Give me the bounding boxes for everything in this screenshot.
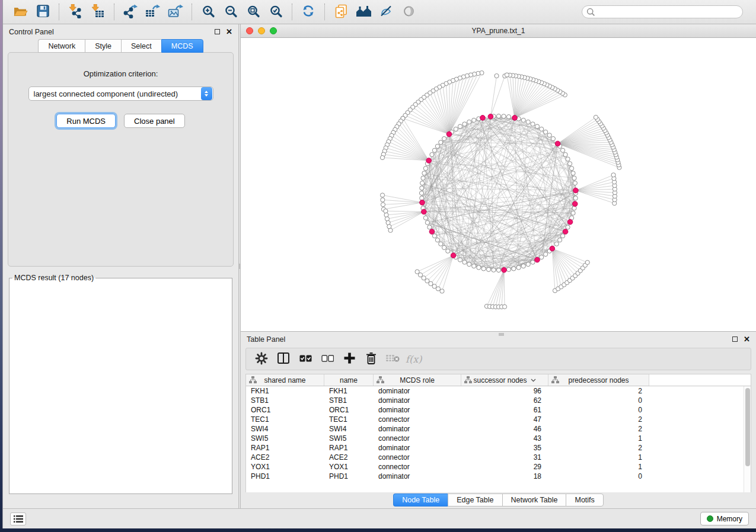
zoom-fit-button[interactable] <box>243 2 263 21</box>
network-node[interactable] <box>420 186 424 190</box>
network-node[interactable] <box>544 130 548 134</box>
table-scrollbar-thumb[interactable] <box>745 388 750 466</box>
table-row[interactable]: FKH1FKH1dominator962 <box>246 386 744 396</box>
network-node[interactable] <box>440 289 444 293</box>
network-node[interactable] <box>506 267 511 271</box>
float-table-panel-icon[interactable] <box>732 336 738 342</box>
function-builder-button[interactable]: f(x) <box>406 354 422 365</box>
network-node[interactable] <box>423 216 428 220</box>
export-image-button[interactable] <box>165 2 186 21</box>
select-all-button[interactable] <box>296 350 315 368</box>
network-node[interactable] <box>430 152 434 156</box>
network-node[interactable] <box>572 206 576 210</box>
tab-network-table[interactable]: Network Table <box>502 493 566 507</box>
network-node[interactable] <box>432 284 436 289</box>
network-node[interactable] <box>496 114 500 118</box>
network-node[interactable] <box>384 213 388 217</box>
refresh-layout-button[interactable] <box>298 2 318 21</box>
network-node[interactable] <box>573 196 578 200</box>
column-header-MCDS-role[interactable]: MCDS role <box>374 374 461 386</box>
mcds-hub-node[interactable] <box>572 201 578 207</box>
network-node[interactable] <box>495 73 499 78</box>
network-node[interactable] <box>477 265 481 270</box>
network-node[interactable] <box>420 181 425 185</box>
network-node[interactable] <box>446 249 450 253</box>
network-node[interactable] <box>428 225 432 229</box>
column-header-successor-nodes[interactable]: successor nodes <box>461 374 548 386</box>
mcds-hub-node[interactable] <box>502 267 507 273</box>
network-node[interactable] <box>502 305 506 309</box>
horizontal-splitter-grip[interactable] <box>499 333 504 336</box>
share-network-file-button[interactable] <box>331 2 351 21</box>
network-node[interactable] <box>425 220 429 225</box>
network-node[interactable] <box>422 171 426 175</box>
column-header-name[interactable]: name <box>324 374 374 386</box>
optimization-select[interactable]: largest connected component (undirected) <box>28 86 213 101</box>
split-panel-button[interactable] <box>274 350 293 368</box>
network-node[interactable] <box>535 124 539 129</box>
network-node[interactable] <box>423 166 428 171</box>
network-node[interactable] <box>388 228 393 232</box>
network-node[interactable] <box>458 258 462 262</box>
close-table-panel-icon[interactable]: ✕ <box>744 336 750 342</box>
mcds-hub-node[interactable] <box>426 158 432 164</box>
export-table-button[interactable] <box>143 2 163 21</box>
network-node[interactable] <box>472 118 476 122</box>
network-node[interactable] <box>481 267 486 271</box>
network-node[interactable] <box>432 234 436 238</box>
network-node[interactable] <box>531 122 535 126</box>
tab-edge-table[interactable]: Edge Table <box>448 493 502 507</box>
network-node[interactable] <box>531 260 535 264</box>
mcds-hub-node[interactable] <box>512 116 518 121</box>
mcds-hub-node[interactable] <box>420 200 425 206</box>
search-box[interactable] <box>582 5 743 18</box>
tab-motifs[interactable]: Motifs <box>566 493 603 507</box>
mcds-hub-node[interactable] <box>563 229 568 235</box>
zoom-selected-button[interactable] <box>266 2 286 21</box>
network-node[interactable] <box>611 173 615 177</box>
mcds-hub-node[interactable] <box>422 209 427 214</box>
network-node[interactable] <box>436 287 440 291</box>
network-node[interactable] <box>380 193 384 197</box>
network-node[interactable] <box>380 155 384 159</box>
export-network-button[interactable] <box>120 2 141 21</box>
hide-graphics-details-button[interactable] <box>376 2 396 21</box>
float-panel-icon[interactable] <box>215 29 220 34</box>
close-panel-button[interactable]: Close panel <box>124 114 185 128</box>
network-node[interactable] <box>472 264 476 268</box>
mcds-hub-node[interactable] <box>535 257 540 262</box>
network-node[interactable] <box>419 191 423 195</box>
network-node[interactable] <box>526 262 530 267</box>
mcds-hub-node[interactable] <box>446 132 452 137</box>
network-node[interactable] <box>442 245 446 249</box>
table-settings-button[interactable] <box>252 350 271 368</box>
tab-mcds[interactable]: MCDS <box>161 39 203 53</box>
table-row[interactable]: ORC1ORC1dominator610 <box>246 405 744 415</box>
network-node[interactable] <box>496 268 500 272</box>
table-row[interactable]: TEC1TEC1connector472 <box>246 415 744 424</box>
network-node[interactable] <box>570 166 574 171</box>
table-row[interactable]: STB1STB1dominator620 <box>246 396 744 405</box>
network-node[interactable] <box>516 265 521 270</box>
network-node[interactable] <box>381 198 385 202</box>
table-row[interactable]: YOX1YOX1connector291 <box>246 462 744 472</box>
network-node[interactable] <box>492 268 496 272</box>
network-node[interactable] <box>420 196 424 200</box>
network-node[interactable] <box>540 127 544 131</box>
ndex-browse-button[interactable] <box>353 2 374 21</box>
network-node[interactable] <box>442 136 446 140</box>
network-node[interactable] <box>425 279 429 283</box>
network-node[interactable] <box>560 148 564 152</box>
network-node[interactable] <box>540 255 544 259</box>
network-node[interactable] <box>462 260 467 264</box>
deselect-all-button[interactable] <box>318 350 337 368</box>
network-node[interactable] <box>566 157 570 161</box>
zoom-in-button[interactable] <box>198 2 218 21</box>
mcds-hub-node[interactable] <box>480 116 486 121</box>
network-node[interactable] <box>467 120 471 124</box>
network-node[interactable] <box>571 171 575 175</box>
network-node[interactable] <box>568 162 572 166</box>
add-column-button[interactable] <box>340 350 359 368</box>
network-node[interactable] <box>462 122 467 126</box>
network-node[interactable] <box>512 267 516 271</box>
